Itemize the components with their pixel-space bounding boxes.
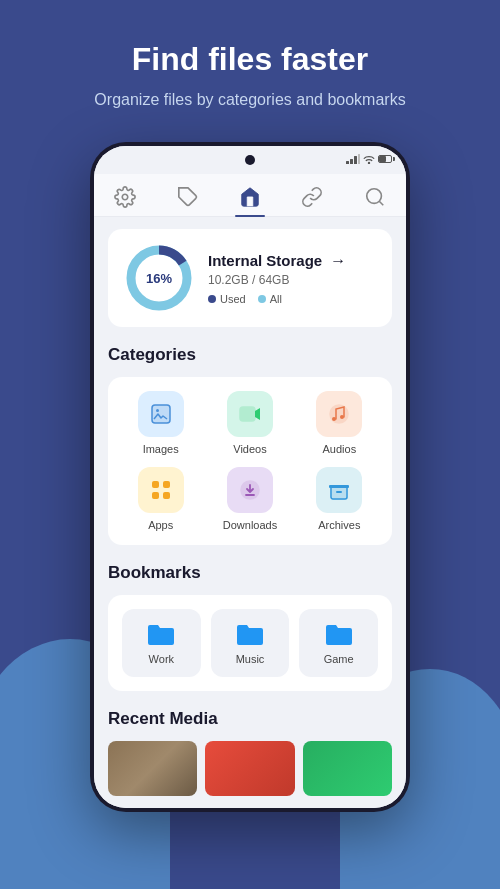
battery-icon (378, 155, 392, 163)
downloads-icon (238, 478, 262, 502)
media-thumb-2[interactable] (205, 741, 294, 796)
svg-rect-25 (336, 491, 342, 493)
images-icon-wrap (138, 391, 184, 437)
archives-icon (327, 478, 351, 502)
videos-label: Videos (233, 443, 266, 455)
bookmarks-section: Bookmarks Work (108, 563, 392, 691)
storage-donut: 16% (124, 243, 194, 313)
svg-rect-11 (152, 405, 170, 423)
svg-line-8 (379, 202, 383, 206)
nav-settings[interactable] (104, 184, 146, 210)
status-bar (94, 146, 406, 174)
signal-icon (346, 154, 360, 164)
svg-point-17 (340, 415, 344, 419)
status-icons (346, 154, 392, 164)
recent-media-row (108, 741, 392, 796)
media-thumb-1[interactable] (108, 741, 197, 796)
app-content: 16% Internal Storage → 10.2GB / 64GB (94, 217, 406, 808)
wifi-icon (363, 155, 375, 164)
videos-icon (238, 402, 262, 426)
apps-icon-wrap (138, 467, 184, 513)
legend-used-dot (208, 295, 216, 303)
videos-icon-wrap (227, 391, 273, 437)
svg-rect-2 (354, 156, 357, 164)
nav-search[interactable] (354, 184, 396, 210)
svg-point-16 (332, 417, 336, 421)
nav-home[interactable] (229, 184, 271, 210)
categories-card: Images Videos (108, 377, 392, 545)
bookmark-game-label: Game (324, 653, 354, 665)
bookmark-music-label: Music (236, 653, 265, 665)
camera-dot (245, 155, 255, 165)
images-icon (149, 402, 173, 426)
storage-title: Internal Storage (208, 252, 322, 269)
archives-label: Archives (318, 519, 360, 531)
legend-all-dot (258, 295, 266, 303)
nav-link[interactable] (291, 184, 333, 210)
category-videos[interactable]: Videos (211, 391, 288, 455)
audios-label: Audios (323, 443, 357, 455)
categories-title: Categories (108, 345, 392, 365)
folder-work-icon (146, 621, 176, 647)
phone-mockup: 16% Internal Storage → 10.2GB / 64GB (0, 142, 500, 812)
apps-icon (149, 478, 173, 502)
sub-title: Organize files by categories and bookmar… (30, 88, 470, 112)
svg-rect-0 (346, 161, 349, 164)
donut-percent-label: 16% (146, 271, 172, 286)
storage-legend: Used All (208, 293, 376, 305)
svg-point-13 (156, 409, 159, 412)
storage-size: 10.2GB / 64GB (208, 273, 376, 287)
folder-game-icon (324, 621, 354, 647)
legend-all: All (258, 293, 282, 305)
images-label: Images (143, 443, 179, 455)
audios-icon (327, 402, 351, 426)
svg-point-7 (367, 189, 382, 204)
phone-screen: 16% Internal Storage → 10.2GB / 64GB (94, 146, 406, 808)
legend-used-label: Used (220, 293, 246, 305)
bookmarks-title: Bookmarks (108, 563, 392, 583)
bookmarks-grid: Work Music (122, 609, 378, 677)
storage-info: Internal Storage → 10.2GB / 64GB Used (208, 252, 376, 305)
audios-icon-wrap (316, 391, 362, 437)
legend-all-label: All (270, 293, 282, 305)
category-archives[interactable]: Archives (301, 467, 378, 531)
archives-icon-wrap (316, 467, 362, 513)
header-section: Find files faster Organize files by cate… (0, 0, 500, 132)
svg-rect-21 (163, 492, 170, 499)
svg-rect-1 (350, 159, 353, 164)
recent-media-title: Recent Media (108, 709, 392, 729)
bookmark-work-label: Work (149, 653, 174, 665)
categories-section: Categories (108, 345, 392, 545)
nav-tag[interactable] (167, 184, 209, 210)
main-title: Find files faster (30, 40, 470, 78)
bookmark-game[interactable]: Game (299, 609, 378, 677)
bookmark-work[interactable]: Work (122, 609, 201, 677)
phone-frame: 16% Internal Storage → 10.2GB / 64GB (90, 142, 410, 812)
category-images[interactable]: Images (122, 391, 199, 455)
categories-grid: Images Videos (122, 391, 378, 531)
category-apps[interactable]: Apps (122, 467, 199, 531)
storage-card[interactable]: 16% Internal Storage → 10.2GB / 64GB (108, 229, 392, 327)
category-downloads[interactable]: Downloads (211, 467, 288, 531)
svg-rect-20 (152, 492, 159, 499)
svg-rect-24 (329, 485, 349, 488)
category-audios[interactable]: Audios (301, 391, 378, 455)
svg-point-4 (368, 162, 370, 164)
apps-label: Apps (148, 519, 173, 531)
downloads-label: Downloads (223, 519, 277, 531)
bookmarks-card: Work Music (108, 595, 392, 691)
media-thumb-3[interactable] (303, 741, 392, 796)
svg-rect-19 (163, 481, 170, 488)
bookmark-music[interactable]: Music (211, 609, 290, 677)
svg-rect-14 (240, 407, 255, 421)
svg-point-5 (122, 195, 128, 201)
legend-used: Used (208, 293, 246, 305)
recent-media-section: Recent Media (108, 709, 392, 796)
downloads-icon-wrap (227, 467, 273, 513)
svg-rect-3 (358, 154, 360, 164)
folder-music-icon (235, 621, 265, 647)
storage-arrow-icon: → (330, 252, 346, 270)
svg-rect-18 (152, 481, 159, 488)
nav-bar (94, 174, 406, 217)
